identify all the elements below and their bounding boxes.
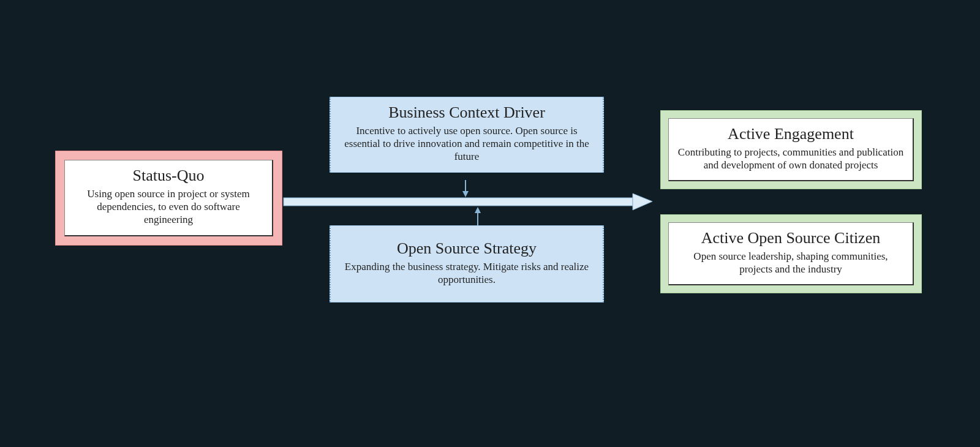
svg-marker-5 — [475, 207, 481, 213]
citizen-desc: Open source leadership, shaping communit… — [677, 250, 904, 276]
status-quo-desc: Using open source in project or system d… — [74, 187, 263, 227]
svg-rect-0 — [284, 198, 633, 206]
strategy-title: Open Source Strategy — [342, 239, 592, 258]
citizen-title: Active Open Source Citizen — [677, 229, 904, 247]
active-engagement-box: Active Engagement Contributing to projec… — [660, 110, 922, 189]
business-driver-title: Business Context Driver — [342, 103, 592, 122]
business-driver-desc: Incentive to actively use open source. O… — [342, 124, 592, 163]
active-engagement-title: Active Engagement — [677, 125, 904, 143]
business-driver-box: Business Context Driver Incentive to act… — [330, 97, 604, 173]
active-engagement-desc: Contributing to projects, communities an… — [677, 146, 904, 172]
status-quo-box: Status-Quo Using open source in project … — [55, 151, 282, 246]
strategy-box: Open Source Strategy Expanding the busin… — [330, 225, 604, 302]
citizen-inner: Active Open Source Citizen Open source l… — [668, 222, 914, 285]
citizen-box: Active Open Source Citizen Open source l… — [660, 214, 922, 293]
svg-marker-3 — [462, 191, 469, 197]
active-engagement-inner: Active Engagement Contributing to projec… — [668, 118, 914, 181]
status-quo-title: Status-Quo — [74, 167, 263, 185]
strategy-desc: Expanding the business strategy. Mitigat… — [342, 260, 592, 287]
svg-marker-1 — [633, 193, 652, 210]
status-quo-inner: Status-Quo Using open source in project … — [64, 160, 273, 236]
